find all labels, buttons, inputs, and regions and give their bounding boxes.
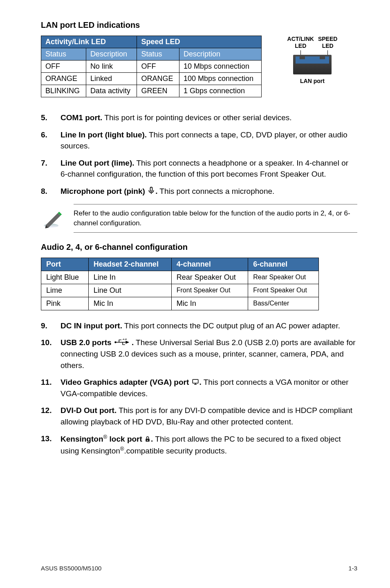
led-sub: Description: [86, 48, 137, 61]
lan-port-diagram: ACT/LINK LED SPEED LED LAN port: [271, 36, 353, 84]
footer-left: ASUS BS5000/M5100: [41, 565, 101, 572]
item-body: Kensington® lock port K. This port allow…: [61, 433, 357, 457]
svg-text:K: K: [147, 439, 149, 441]
list-item: 12.DVI-D Out port. This port is for any …: [41, 405, 357, 427]
item-body: DVI-D Out port. This port is for any DVI…: [61, 405, 357, 427]
audio-table: Port Headset 2-channel 4-channel 6-chann…: [41, 258, 319, 310]
item-body: Microphone port (pink) . This port conne…: [61, 186, 357, 197]
led-heading: LAN port LED indications: [41, 20, 357, 30]
diagram-label: LED: [295, 43, 306, 49]
led-group1: Activity/Link LED: [41, 36, 137, 48]
pencil-icon: [41, 208, 65, 229]
item-body: USB 2.0 ports 2.0. These Universal Seria…: [61, 337, 357, 371]
audio-heading: Audio 2, 4, or 6-channel configuration: [41, 242, 357, 252]
item-body: COM1 port. This port is for pointing dev…: [61, 112, 357, 123]
item-number: 12.: [41, 405, 53, 427]
diagram-label: LED: [322, 43, 334, 49]
led-sub: Status: [137, 48, 179, 61]
item-number: 9.: [41, 320, 53, 332]
led-sub: Status: [41, 48, 86, 61]
lan-jack-icon: [293, 55, 332, 74]
page-footer: ASUS BS5000/M5100 1-3: [41, 562, 357, 572]
diagram-caption: LAN port: [300, 78, 325, 84]
item-body: Video Graphics adapter (VGA) port . This…: [61, 377, 357, 399]
list-item: 9.DC IN input port. This port connects t…: [41, 320, 357, 332]
led-sub: Description: [179, 48, 261, 61]
table-row: OFFNo linkOFF10 Mbps connection: [41, 61, 262, 73]
item-number: 7.: [41, 157, 53, 180]
note-box: Refer to the audio configuration table b…: [41, 204, 357, 233]
table-row: BLINKINGData activityGREEN1 Gbps connect…: [41, 85, 262, 97]
item-number: 5.: [41, 112, 53, 123]
led-table: Activity/Link LED Speed LED Status Descr…: [41, 36, 262, 97]
item-number: 11.: [41, 377, 53, 399]
list-item: 8.Microphone port (pink) . This port con…: [41, 186, 357, 197]
diagram-label: SPEED: [318, 36, 337, 43]
svg-text:2.0: 2.0: [123, 339, 127, 341]
item-body: Line Out port (lime). This port connects…: [61, 157, 357, 180]
lock-icon: K: [144, 435, 151, 443]
usb-icon: 2.0: [114, 339, 132, 346]
table-row: PinkMic InMic InBass/Center: [41, 297, 319, 310]
list-item: 10.USB 2.0 ports 2.0. These Universal Se…: [41, 337, 357, 371]
table-row: LimeLine OutFront Speaker OutFront Speak…: [41, 284, 319, 297]
list-item: 11.Video Graphics adapter (VGA) port . T…: [41, 377, 357, 399]
diagram-label: ACT/LINK: [287, 36, 314, 43]
svg-rect-8: [193, 379, 198, 383]
list-item: 13.Kensington® lock port K. This port al…: [41, 433, 357, 457]
svg-marker-6: [126, 341, 129, 344]
note-text: Refer to the audio configuration table b…: [74, 204, 357, 233]
item-number: 13.: [41, 433, 53, 457]
item-body: Line In port (light blue). This port con…: [61, 129, 357, 152]
led-group2: Speed LED: [137, 36, 262, 48]
table-row: ORANGELinkedORANGE100 Mbps connection: [41, 73, 262, 85]
list-item: 7.Line Out port (lime). This port connec…: [41, 157, 357, 180]
footer-right: 1-3: [348, 565, 357, 572]
list-item: 5.COM1 port. This port is for pointing d…: [41, 112, 357, 123]
table-row: Light BlueLine InRear Speaker OutRear Sp…: [41, 271, 319, 284]
item-body: DC IN input port. This port connects the…: [61, 320, 357, 332]
mic-icon: [147, 186, 155, 195]
item-number: 8.: [41, 186, 53, 197]
item-number: 6.: [41, 129, 53, 152]
item-number: 10.: [41, 337, 53, 371]
monitor-icon: [191, 378, 199, 386]
list-item: 6.Line In port (light blue). This port c…: [41, 129, 357, 152]
